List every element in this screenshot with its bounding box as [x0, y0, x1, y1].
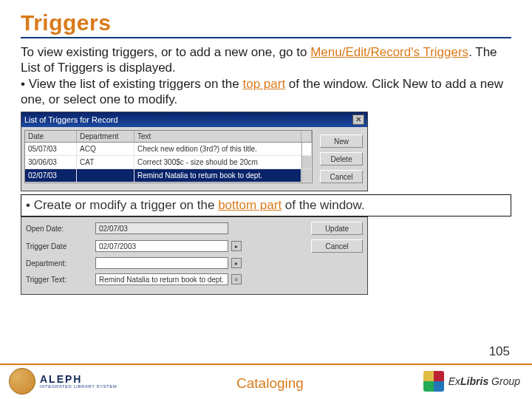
triggers-list-window: List of Triggers for Record ✕ Date Depar… — [21, 112, 368, 191]
table-row[interactable]: 02/07/03 Remind Natalia to return book t… — [25, 169, 312, 183]
slide-footer: ALEPH INTEGRATED LIBRARY SYSTEM Catalogi… — [0, 364, 532, 399]
table-row[interactable]: 30/06/03 CAT Correct 300$c - size should… — [25, 156, 312, 169]
menu-path: Menu/Edit/Record's Triggers — [310, 45, 468, 59]
cell-date: 02/07/03 — [25, 169, 77, 183]
cell-text: Remind Natalia to return book to dept. — [134, 169, 301, 183]
col-text[interactable]: Text — [134, 131, 301, 143]
trigger-form-window: Open Date: 02/07/03 Update Trigger Date … — [21, 216, 368, 295]
top-part: top part — [242, 77, 285, 91]
cancel-button[interactable]: Cancel — [320, 170, 363, 183]
globe-icon — [9, 368, 35, 395]
date-picker-icon[interactable]: ▸ — [231, 241, 242, 251]
intro-paragraph: To view existing triggers, or to add a n… — [21, 44, 511, 76]
footer-rule — [0, 364, 532, 365]
update-button[interactable]: Update — [311, 222, 363, 235]
grid-scroll-head — [301, 131, 312, 143]
col-date[interactable]: Date — [25, 131, 77, 143]
slide-title: Triggers — [21, 10, 511, 35]
department-label: Department: — [26, 259, 92, 267]
footer-center-text: Cataloging — [117, 375, 423, 392]
trigger-text-field[interactable]: Remind Natalia to return book to dept. — [95, 273, 228, 285]
trigger-text-label: Trigger Text: — [26, 276, 92, 284]
window-title: List of Triggers for Record — [24, 115, 352, 124]
table-row[interactable]: 05/07/03 ACQ Check new edition (3rd?) of… — [25, 143, 312, 156]
para2-a: • View the list of existing triggers on … — [21, 77, 242, 91]
cell-date: 30/06/03 — [25, 156, 77, 169]
cell-dept — [77, 169, 134, 183]
trigger-date-field[interactable]: 02/07/2003 — [95, 240, 228, 252]
form-cancel-button[interactable]: Cancel — [311, 239, 363, 253]
page-number: 105 — [489, 344, 510, 359]
cell-dept: ACQ — [77, 143, 134, 156]
col-department[interactable]: Department — [77, 131, 134, 143]
vertical-scrollbar[interactable] — [301, 143, 312, 156]
department-field[interactable] — [95, 257, 228, 269]
grid-header: Date Department Text — [25, 131, 312, 143]
bullet-bottom: • Create or modify a trigger on the bott… — [21, 194, 511, 216]
mid-c: of the window. — [282, 198, 364, 212]
close-icon[interactable]: ✕ — [352, 115, 364, 125]
window-titlebar: List of Triggers for Record ✕ — [21, 112, 367, 127]
exlibris-icon — [423, 371, 444, 392]
new-button[interactable]: New — [320, 134, 363, 148]
open-date-label: Open Date: — [26, 225, 92, 233]
trigger-date-label: Trigger Date — [26, 242, 92, 250]
cell-dept: CAT — [77, 156, 134, 169]
text-expand-icon[interactable]: ≡ — [231, 274, 242, 284]
cell-text: Check new edition (3rd?) of this title. — [134, 143, 301, 156]
para1-a: To view existing triggers, or to add a n… — [21, 45, 310, 59]
open-date-field[interactable]: 02/07/03 — [95, 222, 228, 234]
delete-button[interactable]: Delete — [320, 152, 363, 166]
bullet-top: • View the list of existing triggers on … — [21, 76, 511, 108]
bottom-part: bottom part — [218, 198, 282, 212]
aleph-logo: ALEPH INTEGRATED LIBRARY SYSTEM — [9, 368, 117, 395]
title-rule — [21, 37, 511, 38]
aleph-title: ALEPH — [40, 374, 117, 384]
aleph-subtitle: INTEGRATED LIBRARY SYSTEM — [40, 384, 117, 389]
cell-date: 05/07/03 — [25, 143, 77, 156]
exlibris-text: ExLibris Group — [449, 375, 520, 387]
dept-picker-icon[interactable]: ▸ — [231, 258, 242, 268]
cell-text: Correct 300$c - size should be 20cm — [134, 156, 301, 169]
triggers-grid: Date Department Text 05/07/03 ACQ Check … — [24, 130, 313, 183]
mid-a: • Create or modify a trigger on the — [26, 198, 218, 212]
exlibris-logo: ExLibris Group — [423, 371, 520, 392]
